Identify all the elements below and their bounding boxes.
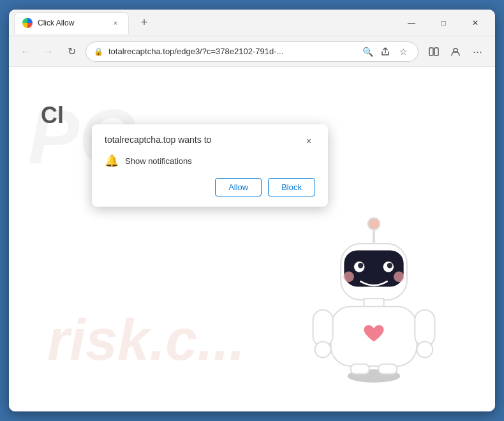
title-bar: Click Allow × + — □ ✕ (9, 10, 495, 36)
allow-button[interactable]: Allow (215, 178, 262, 196)
refresh-icon: ↻ (68, 45, 76, 57)
profile-icon[interactable] (445, 41, 466, 62)
refresh-button[interactable]: ↻ (63, 43, 80, 61)
back-button[interactable]: ← (17, 43, 34, 61)
svg-rect-18 (313, 310, 333, 346)
svg-point-12 (358, 263, 363, 268)
watermark-risk: risk.c... (47, 307, 245, 373)
new-tab-button[interactable]: + (135, 14, 153, 32)
forward-button[interactable]: → (40, 43, 57, 61)
address-bar: ← → ↻ 🔒 totalrecaptcha.top/edge3/?c=378e… (9, 36, 495, 67)
close-window-button[interactable]: ✕ (461, 13, 490, 33)
block-button[interactable]: Block (268, 178, 315, 196)
svg-point-20 (315, 342, 331, 358)
svg-rect-0 (429, 48, 433, 55)
popup-close-button[interactable]: × (302, 135, 315, 147)
robot-illustration (304, 207, 444, 386)
svg-rect-19 (415, 310, 434, 346)
favorite-icon[interactable]: ☆ (396, 45, 410, 59)
svg-rect-1 (434, 48, 438, 55)
page-heading: Cl (41, 102, 64, 129)
tab-close-button[interactable]: × (110, 18, 121, 28)
search-address-icon[interactable]: 🔍 (360, 45, 374, 59)
page-content: PC risk.c... Cl (9, 67, 495, 411)
popup-header: totalrecaptcha.top wants to × (105, 135, 315, 147)
svg-rect-23 (378, 364, 397, 374)
popup-title: totalrecaptcha.top wants to (105, 135, 211, 145)
forward-icon: → (43, 46, 54, 57)
address-input[interactable]: 🔒 totalrecaptcha.top/edge3/?c=378e2102-7… (85, 41, 419, 62)
svg-point-21 (417, 342, 433, 358)
tab-title: Click Allow (38, 18, 105, 27)
share-icon[interactable] (378, 45, 392, 59)
lock-icon: 🔒 (94, 47, 103, 56)
popup-notification-row: 🔔 Show notifications (105, 154, 315, 168)
window-controls: — □ ✕ (397, 13, 490, 33)
menu-icon[interactable]: ⋯ (467, 41, 487, 62)
address-action-icons: 🔍 ☆ (360, 45, 410, 59)
svg-point-5 (368, 218, 380, 230)
svg-point-15 (394, 272, 404, 283)
notification-popup: totalrecaptcha.top wants to × 🔔 Show not… (92, 124, 328, 207)
toolbar-icons: ⋯ (424, 41, 487, 62)
bell-icon: 🔔 (105, 154, 119, 168)
notification-label: Show notifications (125, 156, 192, 166)
svg-point-14 (343, 272, 354, 283)
maximize-button[interactable]: □ (429, 13, 458, 33)
minimize-button[interactable]: — (397, 13, 426, 33)
svg-point-13 (387, 263, 392, 268)
url-text: totalrecaptcha.top/edge3/?c=378e2102-791… (108, 47, 355, 56)
browser-window: Click Allow × + — □ ✕ ← → ↻ 🔒 totalrecap… (9, 10, 495, 411)
svg-rect-22 (351, 364, 369, 374)
tab-strip: Click Allow × + (14, 12, 153, 34)
tab-favicon-icon (22, 18, 33, 28)
split-screen-icon[interactable] (424, 41, 444, 62)
active-tab[interactable]: Click Allow × (14, 12, 129, 34)
back-icon: ← (20, 46, 31, 57)
popup-buttons: Allow Block (105, 178, 315, 196)
